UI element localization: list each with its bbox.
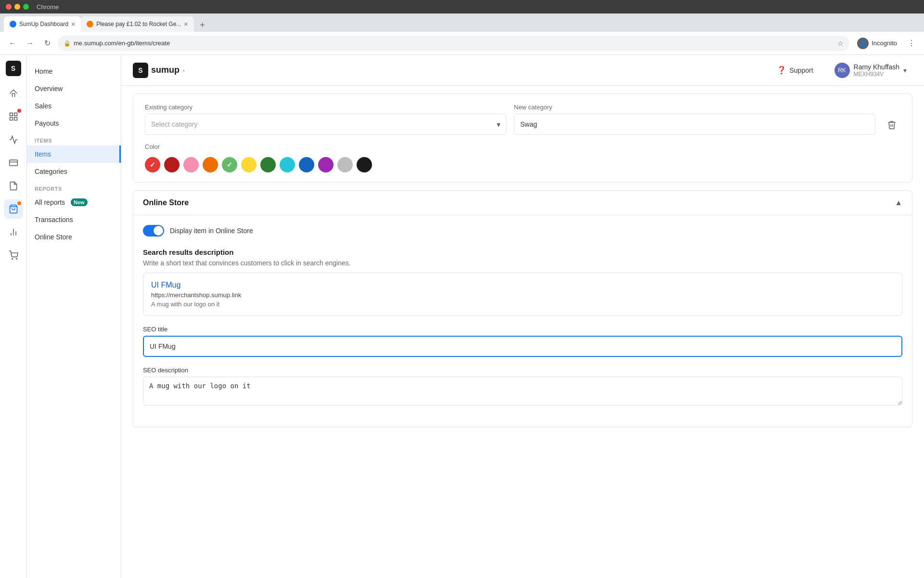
- refresh-button[interactable]: ↻: [40, 37, 54, 50]
- icon-reports[interactable]: [4, 223, 23, 242]
- items-section-title: ITEMS: [27, 132, 121, 145]
- toggle-label: Display item in Online Store: [170, 227, 253, 235]
- color-swatch-8[interactable]: [280, 157, 295, 172]
- sumup-logo-text: sumup: [151, 65, 180, 75]
- icon-payouts[interactable]: [4, 153, 23, 172]
- display-toggle[interactable]: [143, 225, 164, 236]
- sidebar-item-categories[interactable]: Categories: [27, 163, 121, 180]
- existing-category-group: Existing category Select category ▾: [145, 104, 506, 135]
- sidebar-item-overview[interactable]: Overview: [27, 80, 121, 97]
- seo-title-field: SEO title: [143, 326, 902, 357]
- sidebar-item-sales[interactable]: Sales: [27, 97, 121, 115]
- sumup-logo-box: S: [133, 63, 148, 78]
- tab-close-1[interactable]: ×: [71, 20, 75, 28]
- back-button[interactable]: ←: [6, 37, 19, 50]
- tab-close-2[interactable]: ×: [184, 20, 188, 28]
- seo-desc-field: SEO description: [143, 367, 902, 407]
- bookmark-icon[interactable]: ☆: [837, 39, 844, 47]
- color-swatch-9[interactable]: [299, 157, 314, 172]
- svg-point-10: [12, 259, 13, 260]
- user-avatar: RK: [834, 63, 850, 78]
- new-category-group: New category: [514, 104, 875, 135]
- sidebar-item-items[interactable]: Items: [27, 145, 121, 163]
- seo-desc-input[interactable]: [143, 377, 902, 406]
- category-form-section: Existing category Select category ▾ New …: [133, 93, 912, 183]
- user-info[interactable]: RK Ramy Khuffash MEXH934V ▾: [829, 59, 912, 82]
- svg-point-11: [16, 259, 17, 260]
- color-swatch-4[interactable]: [203, 157, 218, 172]
- icon-sales[interactable]: [4, 130, 23, 149]
- preview-title: UI FMug: [151, 281, 894, 289]
- tab-label-1: SumUp Dashboard: [19, 21, 68, 27]
- sidebar: Home Overview Sales Payouts ITEMS Items …: [27, 55, 121, 578]
- new-category-label: New category: [514, 104, 875, 111]
- browser-tab-2[interactable]: Please pay £1.02 to Rocket Ge... ×: [81, 16, 193, 32]
- sidebar-overview-label: Overview: [35, 85, 63, 92]
- existing-category-select[interactable]: Select category: [145, 114, 506, 135]
- tab-label-2: Please pay £1.02 to Rocket Ge...: [96, 21, 181, 27]
- app-layout: S Home O: [0, 55, 924, 578]
- sidebar-item-transactions[interactable]: Transactions: [27, 211, 121, 228]
- color-swatch-5[interactable]: [222, 157, 237, 172]
- all-reports-badge: New: [71, 198, 88, 206]
- icon-dashboard[interactable]: [4, 107, 23, 126]
- search-desc-title: Search results description: [143, 248, 902, 256]
- url-address: me.sumup.com/en-gb/items/create: [74, 39, 170, 47]
- color-swatch-10[interactable]: [318, 157, 334, 172]
- display-toggle-row: Display item in Online Store: [143, 225, 902, 236]
- toggle-thumb: [154, 226, 163, 236]
- sidebar-item-online-store[interactable]: Online Store: [27, 228, 121, 246]
- color-swatch-1[interactable]: [145, 157, 160, 172]
- main-content: S sumup· ❓ Support RK Ramy Khuffash MEXH…: [121, 55, 924, 578]
- sidebar-sales-label: Sales: [35, 102, 51, 110]
- menu-button[interactable]: ⋮: [905, 37, 918, 50]
- color-label: Color: [145, 143, 900, 150]
- icon-cart[interactable]: [4, 246, 23, 265]
- color-swatch-2[interactable]: [164, 157, 180, 172]
- seo-desc-label: SEO description: [143, 367, 902, 374]
- svg-rect-1: [14, 113, 17, 116]
- online-store-header[interactable]: Online Store ▲: [133, 191, 912, 215]
- sumup-logo-icon: S: [6, 61, 21, 76]
- user-details: Ramy Khuffash MEXH934V: [854, 63, 899, 78]
- search-desc-subtitle: Write a short text that convinces custom…: [143, 259, 902, 267]
- support-button[interactable]: ❓ Support: [769, 62, 821, 79]
- new-tab-button[interactable]: +: [196, 18, 209, 32]
- lock-icon: 🔒: [64, 40, 71, 47]
- forward-button[interactable]: →: [23, 37, 37, 50]
- tab-favicon-1: [10, 21, 16, 27]
- color-swatch-3[interactable]: [183, 157, 199, 172]
- user-id: MEXH934V: [854, 71, 899, 78]
- minimize-window-button[interactable]: [14, 4, 20, 10]
- incognito-button[interactable]: 👤 Incognito: [853, 36, 901, 51]
- seo-title-label: SEO title: [143, 326, 902, 333]
- delete-button[interactable]: [883, 114, 900, 135]
- user-name: Ramy Khuffash: [854, 63, 899, 71]
- maximize-window-button[interactable]: [23, 4, 29, 10]
- color-swatch-12[interactable]: [357, 157, 372, 172]
- browser-tab-active[interactable]: SumUp Dashboard ×: [4, 16, 81, 32]
- sumup-logo-dot: ·: [182, 65, 185, 76]
- icon-home[interactable]: [4, 84, 23, 103]
- preview-url: https://merchantshop.sumup.link: [151, 291, 894, 299]
- tab-favicon-2: [87, 21, 93, 27]
- existing-category-select-wrapper: Select category ▾: [145, 114, 506, 135]
- sidebar-item-payouts[interactable]: Payouts: [27, 115, 121, 132]
- sidebar-categories-label: Categories: [35, 168, 67, 175]
- new-category-input[interactable]: [514, 114, 875, 135]
- url-field[interactable]: 🔒 me.sumup.com/en-gb/items/create ☆: [58, 36, 849, 51]
- sidebar-home-label: Home: [35, 67, 52, 75]
- sidebar-item-home[interactable]: Home: [27, 63, 121, 80]
- mac-window-controls[interactable]: [6, 4, 29, 10]
- sidebar-item-all-reports[interactable]: All reports New: [27, 194, 121, 211]
- color-swatch-7[interactable]: [260, 157, 276, 172]
- icon-items[interactable]: [4, 199, 23, 219]
- online-store-section: Online Store ▲ Display item in Online St…: [133, 190, 912, 427]
- icon-documents[interactable]: [4, 176, 23, 196]
- question-icon: ❓: [777, 66, 786, 75]
- seo-title-input[interactable]: [143, 336, 902, 357]
- color-swatch-6[interactable]: [241, 157, 257, 172]
- close-window-button[interactable]: [6, 4, 12, 10]
- color-swatch-11[interactable]: [337, 157, 353, 172]
- svg-rect-3: [14, 118, 17, 120]
